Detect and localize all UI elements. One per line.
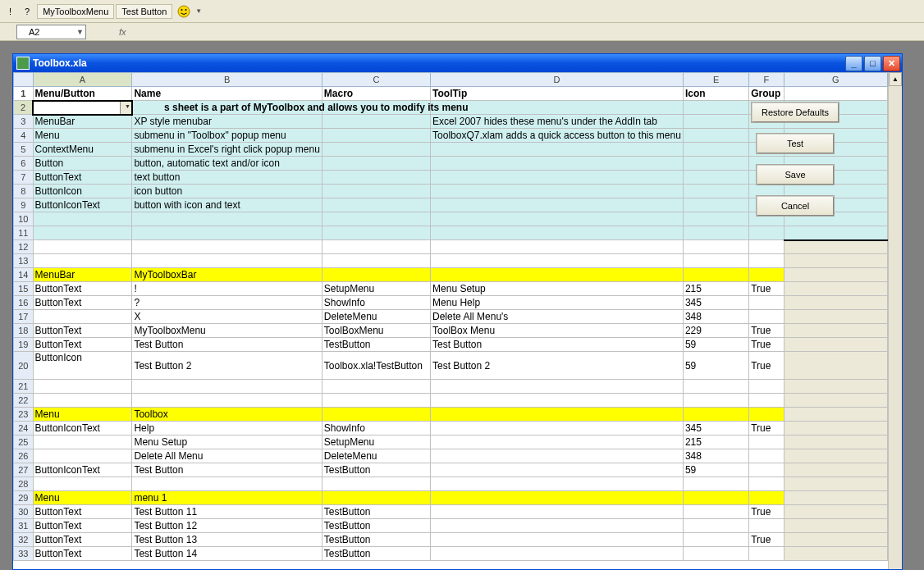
- row-header[interactable]: 20: [14, 352, 34, 380]
- title-bar[interactable]: Toolbox.xla _ □ ✕: [13, 54, 902, 72]
- cell[interactable]: Toolbox.xla!TestButton: [322, 352, 430, 380]
- cell[interactable]: DeleteMenu: [322, 310, 430, 324]
- row-header[interactable]: 12: [14, 240, 34, 254]
- cell[interactable]: [784, 435, 887, 449]
- col-header-B[interactable]: B: [132, 73, 322, 87]
- cell[interactable]: text button: [132, 171, 322, 185]
- cell[interactable]: Menu: [33, 491, 132, 505]
- row-header[interactable]: 17: [14, 310, 34, 324]
- cell[interactable]: Name: [132, 87, 322, 101]
- cell[interactable]: [683, 212, 748, 226]
- cell[interactable]: [322, 185, 430, 198]
- save-button[interactable]: Save: [756, 164, 835, 185]
- cell[interactable]: [683, 143, 748, 157]
- row-header[interactable]: 1: [14, 87, 34, 101]
- col-header-A[interactable]: A: [33, 73, 132, 87]
- cell[interactable]: [322, 408, 430, 422]
- col-header-C[interactable]: C: [322, 73, 430, 87]
- row-header[interactable]: 6: [14, 157, 34, 171]
- cell[interactable]: [431, 171, 684, 185]
- cell[interactable]: [784, 324, 887, 338]
- row-header[interactable]: 11: [14, 226, 34, 240]
- cell[interactable]: TestButton: [322, 519, 430, 533]
- cell[interactable]: [784, 422, 887, 435]
- cell[interactable]: [683, 491, 748, 505]
- cell[interactable]: [431, 101, 684, 115]
- cell[interactable]: [33, 254, 132, 268]
- cell[interactable]: [683, 240, 748, 254]
- cell[interactable]: [431, 268, 684, 282]
- row-header[interactable]: 29: [14, 491, 34, 505]
- cell[interactable]: [784, 449, 887, 463]
- cell[interactable]: ButtonText: [33, 547, 132, 561]
- col-header-D[interactable]: D: [431, 73, 684, 87]
- cell[interactable]: [784, 282, 887, 296]
- row-header[interactable]: 30: [14, 505, 34, 519]
- cell[interactable]: [683, 519, 748, 533]
- row-header[interactable]: 32: [14, 533, 34, 547]
- cell[interactable]: [33, 101, 132, 115]
- cell[interactable]: Test Button 11: [132, 505, 322, 519]
- cell[interactable]: [322, 143, 430, 157]
- cell[interactable]: [683, 477, 748, 491]
- cell[interactable]: True: [749, 282, 784, 296]
- cell[interactable]: ButtonIcon: [33, 352, 132, 380]
- cell[interactable]: DeleteMenu: [322, 449, 430, 463]
- cell[interactable]: [431, 435, 684, 449]
- scroll-up-button[interactable]: ▲: [889, 72, 902, 86]
- cell[interactable]: 59: [683, 352, 748, 380]
- cell[interactable]: 215: [683, 435, 748, 449]
- row-header[interactable]: 10: [14, 212, 34, 226]
- cell[interactable]: [33, 212, 132, 226]
- cell[interactable]: [784, 338, 887, 352]
- cell[interactable]: Group: [749, 87, 784, 101]
- cell[interactable]: [784, 519, 887, 533]
- cell[interactable]: Menu: [33, 129, 132, 143]
- cell[interactable]: [683, 408, 748, 422]
- cell[interactable]: Menu Help: [431, 296, 684, 310]
- cell[interactable]: [784, 408, 887, 422]
- cell[interactable]: ContextMenu: [33, 143, 132, 157]
- restore-defaults-button[interactable]: Restore Defaults: [751, 102, 839, 123]
- cell[interactable]: 345: [683, 422, 748, 435]
- row-header[interactable]: 3: [14, 115, 34, 129]
- cell[interactable]: [431, 394, 684, 408]
- row-header[interactable]: 9: [14, 198, 34, 212]
- row-header[interactable]: 31: [14, 519, 34, 533]
- cell[interactable]: TestButton: [322, 533, 430, 547]
- cell[interactable]: [683, 505, 748, 519]
- cell[interactable]: True: [749, 505, 784, 519]
- cell[interactable]: Button: [33, 157, 132, 171]
- cell[interactable]: [132, 226, 322, 240]
- cell[interactable]: [132, 240, 322, 254]
- cell[interactable]: MenuBar: [33, 115, 132, 129]
- cell[interactable]: [431, 143, 684, 157]
- cell[interactable]: [322, 212, 430, 226]
- cell[interactable]: [322, 394, 430, 408]
- cell[interactable]: 59: [683, 338, 748, 352]
- cell[interactable]: Macro: [322, 87, 430, 101]
- cell[interactable]: [683, 380, 748, 394]
- row-header[interactable]: 5: [14, 143, 34, 157]
- row-header[interactable]: 8: [14, 185, 34, 198]
- cell[interactable]: [749, 435, 784, 449]
- test-button[interactable]: Test: [756, 133, 835, 154]
- row-header[interactable]: 15: [14, 282, 34, 296]
- cell[interactable]: TestButton: [322, 338, 430, 352]
- cell[interactable]: [431, 477, 684, 491]
- cell[interactable]: [322, 240, 430, 254]
- dropdown-arrow-icon[interactable]: ▼: [195, 7, 202, 15]
- row-header[interactable]: 28: [14, 477, 34, 491]
- cell[interactable]: [683, 198, 748, 212]
- cell[interactable]: Menu: [33, 408, 132, 422]
- cell[interactable]: ShowInfo: [322, 296, 430, 310]
- name-box[interactable]: A2 ▼: [16, 25, 86, 39]
- cell[interactable]: [749, 491, 784, 505]
- cell[interactable]: MyToolboxMenu: [132, 324, 322, 338]
- cell[interactable]: [431, 463, 684, 477]
- cell[interactable]: Test Button 12: [132, 519, 322, 533]
- cell[interactable]: [683, 185, 748, 198]
- cell[interactable]: ToolboxQ7.xlam adds a quick access butto…: [431, 129, 684, 143]
- cell[interactable]: Help: [132, 422, 322, 435]
- cell[interactable]: Excel 2007 hides these menu's under the …: [431, 115, 684, 129]
